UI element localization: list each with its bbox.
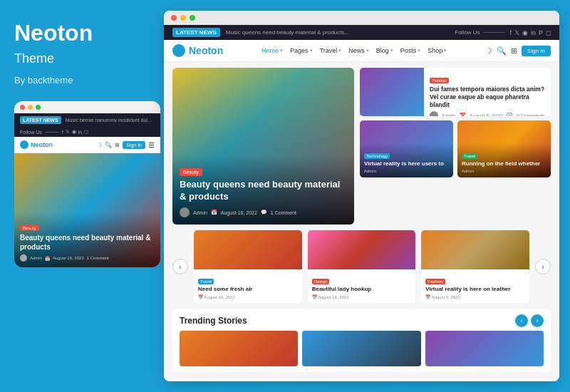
mobile-avatar <box>20 254 27 262</box>
article-wide-admin: Admin <box>442 113 456 116</box>
website-content: LATEST NEWS Music queens need beauty mat… <box>164 25 559 378</box>
mobile-follow-line <box>45 132 59 133</box>
trending-prev-button[interactable]: ‹ <box>515 314 528 327</box>
mobile-signin-button[interactable]: Sign In <box>123 141 145 149</box>
mobile-search-icon[interactable]: 🔍 <box>105 142 112 148</box>
article-wide-avatar <box>430 111 438 116</box>
mini-article-3-img <box>421 230 529 269</box>
mobile-hero: Beauty Beauty queens need beauty materia… <box>14 153 160 267</box>
hero-main-overlay: Beauty Beauty queens need beauty materia… <box>172 155 354 225</box>
nav-travel[interactable]: Travel ▾ <box>320 47 342 54</box>
article-wide-image <box>360 68 424 116</box>
dot-green <box>36 105 41 110</box>
mobile-preview-card: LATEST NEWS Music bernie nanummy incidid… <box>14 101 160 267</box>
mini-article-1-img <box>194 230 302 269</box>
mobile-beauty-tag: Beauty <box>20 225 39 231</box>
mobile-logo-text: Neoton <box>31 141 53 148</box>
hero-right-articles: Politics Dui fames tempora maiores dicta… <box>360 68 551 225</box>
mini-article-1-title: Need some fresh air <box>198 286 298 293</box>
pages-arrow: ▾ <box>310 48 313 53</box>
trending-section: Trending Stories ‹ › <box>172 309 551 372</box>
scroll-prev-button[interactable]: ‹ <box>172 259 188 274</box>
mini-article-1[interactable]: Travel Need some fresh air 📅 August 16, … <box>194 230 302 303</box>
browser-dot-green <box>190 15 195 21</box>
hero-main-article[interactable]: Beauty Beauty queens need beauty materia… <box>172 68 354 225</box>
nav-posts[interactable]: Posts ▾ <box>400 47 421 54</box>
brand-title: Neoton <box>14 21 150 44</box>
hero-meta: Admin 📅 August 16, 2022 💬 1 Comment <box>180 207 347 217</box>
nav-shop[interactable]: Shop ▾ <box>428 47 447 54</box>
mini-article-cards: Travel Need some fresh air 📅 August 16, … <box>194 230 529 303</box>
mobile-facebook-icon: f <box>62 130 63 135</box>
mini-article-1-meta: 📅 August 16, 2022 <box>198 294 298 299</box>
mini-article-3-title: Virtual reality is here on leather <box>425 286 525 293</box>
nav-pages[interactable]: Pages ▾ <box>290 47 313 54</box>
small-cards-row: Technology Virtual reality is here users… <box>360 120 551 177</box>
linkedin-icon[interactable]: in <box>531 29 536 36</box>
article-wide-meta: Admin 📅 August 6, 2022 💬 0 Comments <box>430 111 545 116</box>
rss-icon[interactable]: ◉ <box>522 29 528 36</box>
search-icon[interactable]: 🔍 <box>497 46 507 56</box>
twitter-icon[interactable]: 𝕏 <box>514 29 519 36</box>
site-nav: Neoton Home ▾ Pages ▾ Travel ▾ News ▾ Bl… <box>164 40 559 62</box>
scroll-next-button[interactable]: › <box>535 259 551 274</box>
articles-row: ‹ Travel Need some fresh air 📅 August 16… <box>172 230 551 303</box>
small-card-tech[interactable]: Technology Virtual reality is here users… <box>360 120 453 177</box>
mobile-linkedin-icon: in <box>78 130 82 135</box>
grid-icon[interactable]: ⊞ <box>511 46 517 56</box>
small-card-tech-overlay: Technology Virtual reality is here users… <box>360 143 453 177</box>
article-wide-comment-icon: 💬 <box>507 113 513 116</box>
hero-cal-icon: 📅 <box>211 210 217 215</box>
instagram-icon[interactable]: ◻ <box>546 29 551 36</box>
article-wide-card[interactable]: Politics Dui fames tempora maiores dicta… <box>360 68 551 116</box>
mobile-grid-icon[interactable]: ⊞ <box>115 142 120 148</box>
mobile-hamburger-icon[interactable]: ☰ <box>148 141 155 149</box>
trending-card-1[interactable] <box>180 331 298 366</box>
trending-cards <box>180 331 544 366</box>
mobile-moon-icon[interactable]: ☽ <box>97 142 102 148</box>
nav-home[interactable]: Home ▾ <box>261 47 283 54</box>
mini-fashion-tag: Fashion <box>425 279 445 284</box>
pinterest-icon[interactable]: P <box>539 29 543 36</box>
nav-blog[interactable]: Blog ▾ <box>376 47 393 54</box>
small-card-travel[interactable]: Travel Running on the field whether Admi… <box>457 120 551 177</box>
mobile-latest-tag: LATEST NEWS <box>20 116 61 124</box>
trending-card-2[interactable] <box>302 331 420 366</box>
mini-article-2-meta: 📅 August 16, 2022 <box>312 294 412 299</box>
article-wide-title: Dui fames tempora maiores dicta anim? Ve… <box>430 86 545 109</box>
latest-news-tag: LATEST NEWS <box>172 28 220 37</box>
browser-mockup: LATEST NEWS Music queens need beauty mat… <box>164 11 559 381</box>
dot-red <box>20 105 25 110</box>
nav-news[interactable]: News ▾ <box>348 47 369 54</box>
small-card-tech-title: Virtual reality is here users to <box>364 160 449 167</box>
mini-article-2[interactable]: Design Beautiful lady hookup 📅 August 16… <box>308 230 416 303</box>
trending-card-3[interactable] <box>425 331 544 366</box>
trending-header: Trending Stories ‹ › <box>180 314 544 327</box>
mobile-hero-title: Beauty queens need beauty material & pro… <box>20 233 155 252</box>
mobile-logo-circle <box>20 140 28 149</box>
mobile-hero-overlay: Beauty Beauty queens need beauty materia… <box>14 212 160 267</box>
small-card-travel-admin: Admin <box>462 169 546 173</box>
browser-dot-yellow <box>180 15 186 21</box>
hero-comments: 1 Comment <box>271 210 296 215</box>
tech-tag: Technology <box>364 153 390 159</box>
hero-comment-icon: 💬 <box>261 210 267 215</box>
facebook-icon[interactable]: f <box>509 29 512 36</box>
hero-avatar <box>180 207 190 217</box>
follow-us-label: Follow Us <box>455 29 480 36</box>
nav-icons: ☽ 🔍 ⊞ Sign In <box>485 46 551 56</box>
logo-text: Neoton <box>189 45 223 56</box>
mini-article-3[interactable]: Fashion Virtual reality is here on leath… <box>421 230 529 303</box>
travel-tag: Travel <box>462 153 477 159</box>
mobile-follow-label: Follow Us <box>20 130 42 135</box>
posts-arrow: ▾ <box>418 48 420 53</box>
article-wide-content: Politics Dui fames tempora maiores dicta… <box>424 68 551 116</box>
news-bar-right: Follow Us f 𝕏 ◉ in P ◻ <box>455 29 551 36</box>
site-logo: Neoton <box>172 44 223 57</box>
trending-next-button[interactable]: › <box>531 314 544 327</box>
signin-button[interactable]: Sign In <box>522 46 551 56</box>
shop-arrow: ▾ <box>444 48 447 53</box>
hero-title: Beauty queens need beauty material & pro… <box>180 179 347 203</box>
moon-icon[interactable]: ☽ <box>485 46 492 56</box>
mobile-follow-bar: Follow Us f 𝕏 ◉ in ◻ <box>14 127 160 137</box>
